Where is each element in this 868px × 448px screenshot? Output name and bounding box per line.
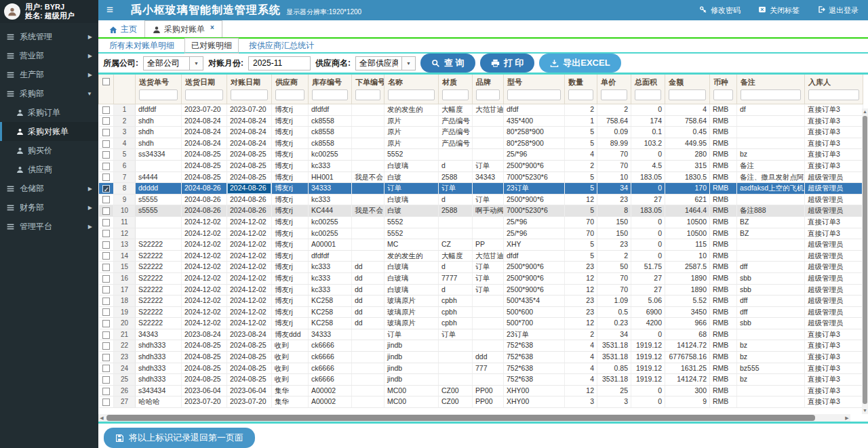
table-row[interactable]: 9s55552024-08-262024-08-26博友rjkc333白玻璃d订… xyxy=(99,194,863,205)
sidebar-subitem[interactable]: 采购对账单 xyxy=(0,122,98,141)
select-all-checkbox[interactable] xyxy=(102,78,110,85)
subtab[interactable]: 按供应商汇总统计 xyxy=(243,39,320,53)
table-row[interactable]: 18S222222024-12-022024-12-02博友rjKC258dd玻… xyxy=(99,296,863,307)
column-filter-input[interactable] xyxy=(442,89,469,100)
topbar-action-close-tab[interactable]: 关闭标签 xyxy=(758,5,800,16)
column-filter-input[interactable] xyxy=(568,89,593,100)
print-button[interactable]: 打 印 xyxy=(480,54,535,73)
column-filter-input[interactable] xyxy=(601,89,627,100)
row-checkbox[interactable] xyxy=(102,163,110,170)
row-checkbox[interactable] xyxy=(102,174,110,181)
sidebar-group[interactable]: 仓储部▶ xyxy=(0,179,98,198)
table-row[interactable]: 122024-12-022024-12-02博友rjkc00255555225/… xyxy=(99,228,863,239)
row-checkbox[interactable] xyxy=(102,207,110,215)
close-icon[interactable]: × xyxy=(210,24,214,31)
tab[interactable]: 主页 xyxy=(102,21,144,37)
row-checkbox[interactable] xyxy=(102,106,110,114)
hamburger-icon[interactable]: ≡ xyxy=(98,0,121,20)
row-checkbox[interactable] xyxy=(102,140,110,148)
company-select-input[interactable] xyxy=(143,56,189,70)
search-button[interactable]: 查 询 xyxy=(420,54,475,73)
row-checkbox[interactable] xyxy=(102,151,110,159)
row-checkbox[interactable] xyxy=(102,308,110,316)
row-checkbox[interactable] xyxy=(102,388,110,395)
topbar-action-logout[interactable]: 退出登录 xyxy=(817,5,859,16)
table-row[interactable]: 21343432023-08-242023-08-24博友ddd34333订单订… xyxy=(99,329,863,340)
sidebar-group[interactable]: 采购部▼ xyxy=(0,84,98,103)
column-filter-input[interactable] xyxy=(713,89,733,100)
sidebar-group[interactable]: 管理平台▶ xyxy=(0,217,98,236)
table-row[interactable]: 7s44442024-08-252024-08-25博友rjHH001我是不会白… xyxy=(99,171,863,183)
table-row[interactable]: 112024-12-022024-12-02博友rjkc00255555225/… xyxy=(99,216,863,228)
row-checkbox[interactable] xyxy=(102,129,110,136)
row-checkbox[interactable] xyxy=(102,196,110,203)
row-checkbox[interactable] xyxy=(102,342,110,350)
column-filter-input[interactable] xyxy=(669,89,706,100)
scroll-left-icon[interactable]: ◀ xyxy=(98,414,105,422)
vertical-scroll-thumb[interactable] xyxy=(863,116,867,404)
column-filter-input[interactable] xyxy=(312,89,348,100)
table-row[interactable]: 25shdh3332024-08-252024-08-25收到ck6666jin… xyxy=(99,374,863,386)
row-checkbox[interactable] xyxy=(102,365,110,372)
topbar-action-key[interactable]: 修改密码 xyxy=(699,5,741,16)
column-filter-input[interactable] xyxy=(355,89,380,100)
sidebar-subitem[interactable]: 供应商 xyxy=(0,160,98,179)
table-row[interactable]: 10s55552024-08-262024-08-26博友rjKC444我是不会… xyxy=(99,205,863,217)
column-filter-input[interactable] xyxy=(635,89,661,100)
tab[interactable]: 采购对账单× xyxy=(144,20,222,37)
row-checkbox[interactable] xyxy=(102,331,110,339)
row-checkbox[interactable] xyxy=(102,219,110,226)
month-input[interactable] xyxy=(248,56,311,70)
row-checkbox[interactable] xyxy=(102,252,110,260)
table-row[interactable]: 16S222222024-12-022024-12-02博友rjkc333dd白… xyxy=(99,272,863,284)
table-row[interactable]: 15S222222024-12-022024-12-02博友rjkc333dd白… xyxy=(99,262,863,273)
column-filter-input[interactable] xyxy=(808,89,859,100)
horizontal-scrollbar[interactable]: ◀ ▶ xyxy=(98,414,850,422)
sidebar-group[interactable]: 生产部▶ xyxy=(0,65,98,84)
row-checkbox[interactable] xyxy=(102,241,110,249)
vertical-scrollbar[interactable]: ▲ ▼ xyxy=(862,108,868,414)
table-row[interactable]: 26s3434342023-06-042023-06-04集华A00002MC0… xyxy=(99,385,863,396)
table-row[interactable]: 62024-08-252024-08-25博友rjkc333白玻璃d订单2500… xyxy=(99,160,863,171)
row-checkbox[interactable] xyxy=(102,117,110,125)
column-filter-input[interactable] xyxy=(139,89,178,100)
column-filter-input[interactable] xyxy=(231,89,268,100)
table-row[interactable]: 13S222222024-12-022024-12-02博友rjA00001MC… xyxy=(99,239,863,251)
column-filter-input[interactable] xyxy=(388,89,435,100)
row-checkbox[interactable] xyxy=(102,298,110,305)
column-filter-input[interactable] xyxy=(476,89,500,100)
row-checkbox[interactable] xyxy=(102,264,110,271)
row-checkbox[interactable] xyxy=(102,399,110,406)
sidebar-group[interactable]: 营业部▶ xyxy=(0,46,98,65)
scroll-down-icon[interactable]: ▼ xyxy=(862,407,868,414)
horizontal-scroll-thumb[interactable] xyxy=(106,415,815,421)
return-records-button[interactable]: 将以上标识记录退回第一页面 xyxy=(104,428,255,448)
row-checkbox[interactable] xyxy=(102,275,110,283)
table-row[interactable]: 4shdh2024-08-242024-08-24博友rjck8558原片产品编… xyxy=(99,138,863,149)
row-checkbox[interactable] xyxy=(102,376,110,384)
row-checkbox[interactable] xyxy=(102,354,110,361)
table-row[interactable]: 5ss343342024-08-252024-08-25博友rjkc002555… xyxy=(99,149,863,161)
sidebar-subitem[interactable]: 采购订单 xyxy=(0,103,98,122)
sidebar-group[interactable]: 财务部▶ xyxy=(0,198,98,217)
table-row[interactable]: 8ddddd2024-08-262024-08-26博友rj34333订单订单2… xyxy=(99,183,863,195)
subtab[interactable]: 已对账明细 xyxy=(184,38,239,54)
scroll-right-icon[interactable]: ▶ xyxy=(844,414,850,422)
column-filter-input[interactable] xyxy=(275,89,304,100)
subtab[interactable]: 所有未对账单明细 xyxy=(103,39,180,53)
table-row[interactable]: 1dfdfdf2023-07-202023-07-20博友rjdfdfdf发的发… xyxy=(99,104,863,116)
column-filter-input[interactable] xyxy=(507,89,561,100)
scroll-up-icon[interactable]: ▲ xyxy=(862,108,868,115)
chevron-down-icon[interactable]: ▼ xyxy=(189,56,203,70)
row-checkbox[interactable] xyxy=(102,320,110,327)
column-filter-input[interactable] xyxy=(185,89,223,100)
table-row[interactable]: 24shdh3332024-08-252024-08-25收到ck6666jin… xyxy=(99,363,863,374)
sidebar-group[interactable]: 系统管理▶ xyxy=(0,27,98,46)
table-row[interactable]: 19S222222024-12-022024-12-02博友rjKC258dd玻… xyxy=(99,306,863,318)
chevron-down-icon[interactable]: ▼ xyxy=(401,56,416,70)
table-row[interactable]: 23shdh3332024-08-252024-08-25收到ck6666jin… xyxy=(99,352,863,363)
table-row[interactable]: 2shdh2024-08-242024-08-24博友rjck8558原片产品编… xyxy=(99,115,863,127)
table-row[interactable]: 20S222222024-12-022024-12-02博友rjKC258dd玻… xyxy=(99,318,863,329)
table-row[interactable]: 22shdh3332024-08-252024-08-25收到ck6666jin… xyxy=(99,340,863,352)
column-filter-input[interactable] xyxy=(741,89,801,100)
